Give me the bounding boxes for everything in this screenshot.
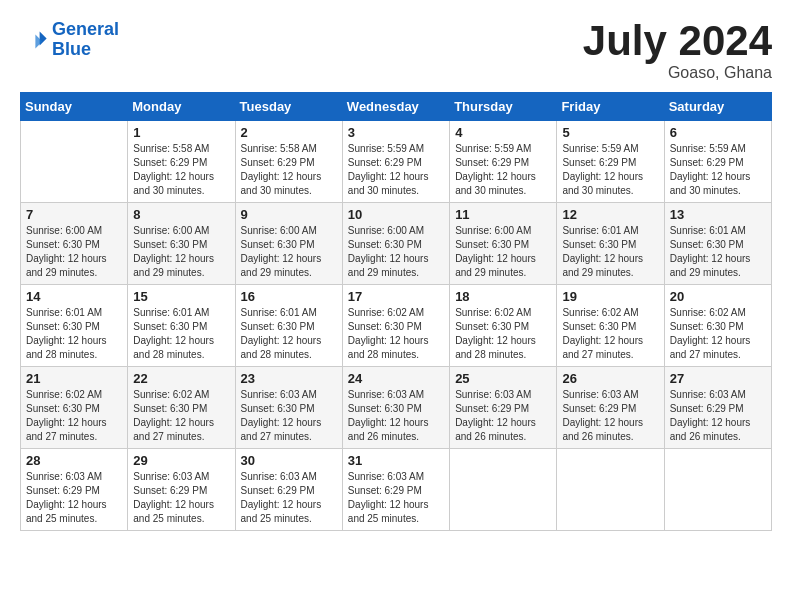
logo-icon <box>20 26 48 54</box>
calendar-cell: 21Sunrise: 6:02 AM Sunset: 6:30 PM Dayli… <box>21 367 128 449</box>
day-info: Sunrise: 6:00 AM Sunset: 6:30 PM Dayligh… <box>455 224 551 280</box>
day-number: 10 <box>348 207 444 222</box>
calendar-cell: 29Sunrise: 6:03 AM Sunset: 6:29 PM Dayli… <box>128 449 235 531</box>
calendar-cell: 10Sunrise: 6:00 AM Sunset: 6:30 PM Dayli… <box>342 203 449 285</box>
day-number: 30 <box>241 453 337 468</box>
calendar-cell: 9Sunrise: 6:00 AM Sunset: 6:30 PM Daylig… <box>235 203 342 285</box>
day-info: Sunrise: 6:03 AM Sunset: 6:30 PM Dayligh… <box>241 388 337 444</box>
calendar-cell: 1Sunrise: 5:58 AM Sunset: 6:29 PM Daylig… <box>128 121 235 203</box>
calendar-cell <box>664 449 771 531</box>
day-info: Sunrise: 6:01 AM Sunset: 6:30 PM Dayligh… <box>133 306 229 362</box>
day-number: 1 <box>133 125 229 140</box>
calendar-cell: 30Sunrise: 6:03 AM Sunset: 6:29 PM Dayli… <box>235 449 342 531</box>
day-number: 3 <box>348 125 444 140</box>
day-info: Sunrise: 6:03 AM Sunset: 6:30 PM Dayligh… <box>348 388 444 444</box>
calendar-cell: 15Sunrise: 6:01 AM Sunset: 6:30 PM Dayli… <box>128 285 235 367</box>
day-info: Sunrise: 6:01 AM Sunset: 6:30 PM Dayligh… <box>670 224 766 280</box>
day-number: 26 <box>562 371 658 386</box>
calendar-cell: 26Sunrise: 6:03 AM Sunset: 6:29 PM Dayli… <box>557 367 664 449</box>
calendar-week-row: 28Sunrise: 6:03 AM Sunset: 6:29 PM Dayli… <box>21 449 772 531</box>
page-header: General Blue July 2024 Goaso, Ghana <box>20 20 772 82</box>
day-number: 31 <box>348 453 444 468</box>
day-info: Sunrise: 6:02 AM Sunset: 6:30 PM Dayligh… <box>562 306 658 362</box>
calendar-cell: 25Sunrise: 6:03 AM Sunset: 6:29 PM Dayli… <box>450 367 557 449</box>
day-info: Sunrise: 6:02 AM Sunset: 6:30 PM Dayligh… <box>348 306 444 362</box>
day-info: Sunrise: 6:02 AM Sunset: 6:30 PM Dayligh… <box>455 306 551 362</box>
day-info: Sunrise: 5:59 AM Sunset: 6:29 PM Dayligh… <box>562 142 658 198</box>
day-number: 18 <box>455 289 551 304</box>
weekday-header-monday: Monday <box>128 93 235 121</box>
calendar-cell: 20Sunrise: 6:02 AM Sunset: 6:30 PM Dayli… <box>664 285 771 367</box>
day-info: Sunrise: 6:03 AM Sunset: 6:29 PM Dayligh… <box>26 470 122 526</box>
logo-line2: Blue <box>52 39 91 59</box>
day-number: 15 <box>133 289 229 304</box>
calendar-cell: 3Sunrise: 5:59 AM Sunset: 6:29 PM Daylig… <box>342 121 449 203</box>
day-info: Sunrise: 6:03 AM Sunset: 6:29 PM Dayligh… <box>348 470 444 526</box>
day-info: Sunrise: 6:02 AM Sunset: 6:30 PM Dayligh… <box>670 306 766 362</box>
day-info: Sunrise: 6:03 AM Sunset: 6:29 PM Dayligh… <box>133 470 229 526</box>
calendar-cell: 6Sunrise: 5:59 AM Sunset: 6:29 PM Daylig… <box>664 121 771 203</box>
weekday-header-thursday: Thursday <box>450 93 557 121</box>
day-number: 25 <box>455 371 551 386</box>
day-number: 29 <box>133 453 229 468</box>
day-info: Sunrise: 6:01 AM Sunset: 6:30 PM Dayligh… <box>562 224 658 280</box>
weekday-header-sunday: Sunday <box>21 93 128 121</box>
day-number: 4 <box>455 125 551 140</box>
day-number: 17 <box>348 289 444 304</box>
calendar-cell: 24Sunrise: 6:03 AM Sunset: 6:30 PM Dayli… <box>342 367 449 449</box>
calendar-cell: 31Sunrise: 6:03 AM Sunset: 6:29 PM Dayli… <box>342 449 449 531</box>
calendar-week-row: 1Sunrise: 5:58 AM Sunset: 6:29 PM Daylig… <box>21 121 772 203</box>
calendar-cell: 2Sunrise: 5:58 AM Sunset: 6:29 PM Daylig… <box>235 121 342 203</box>
day-number: 16 <box>241 289 337 304</box>
day-number: 2 <box>241 125 337 140</box>
logo: General Blue <box>20 20 119 60</box>
day-number: 22 <box>133 371 229 386</box>
calendar-cell: 7Sunrise: 6:00 AM Sunset: 6:30 PM Daylig… <box>21 203 128 285</box>
day-info: Sunrise: 6:00 AM Sunset: 6:30 PM Dayligh… <box>133 224 229 280</box>
day-number: 13 <box>670 207 766 222</box>
calendar-cell: 23Sunrise: 6:03 AM Sunset: 6:30 PM Dayli… <box>235 367 342 449</box>
calendar-cell: 22Sunrise: 6:02 AM Sunset: 6:30 PM Dayli… <box>128 367 235 449</box>
logo-line1: General <box>52 19 119 39</box>
day-number: 20 <box>670 289 766 304</box>
day-number: 12 <box>562 207 658 222</box>
calendar-cell: 17Sunrise: 6:02 AM Sunset: 6:30 PM Dayli… <box>342 285 449 367</box>
calendar-cell: 19Sunrise: 6:02 AM Sunset: 6:30 PM Dayli… <box>557 285 664 367</box>
day-number: 8 <box>133 207 229 222</box>
day-number: 5 <box>562 125 658 140</box>
day-number: 28 <box>26 453 122 468</box>
calendar-cell: 4Sunrise: 5:59 AM Sunset: 6:29 PM Daylig… <box>450 121 557 203</box>
day-info: Sunrise: 6:03 AM Sunset: 6:29 PM Dayligh… <box>562 388 658 444</box>
title-block: July 2024 Goaso, Ghana <box>583 20 772 82</box>
calendar-cell <box>21 121 128 203</box>
calendar-week-row: 7Sunrise: 6:00 AM Sunset: 6:30 PM Daylig… <box>21 203 772 285</box>
day-number: 11 <box>455 207 551 222</box>
day-info: Sunrise: 6:01 AM Sunset: 6:30 PM Dayligh… <box>26 306 122 362</box>
day-info: Sunrise: 6:03 AM Sunset: 6:29 PM Dayligh… <box>455 388 551 444</box>
weekday-header-friday: Friday <box>557 93 664 121</box>
day-info: Sunrise: 5:58 AM Sunset: 6:29 PM Dayligh… <box>133 142 229 198</box>
day-info: Sunrise: 5:59 AM Sunset: 6:29 PM Dayligh… <box>348 142 444 198</box>
calendar-cell: 13Sunrise: 6:01 AM Sunset: 6:30 PM Dayli… <box>664 203 771 285</box>
calendar-week-row: 21Sunrise: 6:02 AM Sunset: 6:30 PM Dayli… <box>21 367 772 449</box>
weekday-header-wednesday: Wednesday <box>342 93 449 121</box>
calendar-cell <box>557 449 664 531</box>
calendar-cell: 12Sunrise: 6:01 AM Sunset: 6:30 PM Dayli… <box>557 203 664 285</box>
day-number: 14 <box>26 289 122 304</box>
svg-marker-0 <box>40 31 47 45</box>
calendar-cell: 5Sunrise: 5:59 AM Sunset: 6:29 PM Daylig… <box>557 121 664 203</box>
day-info: Sunrise: 6:02 AM Sunset: 6:30 PM Dayligh… <box>133 388 229 444</box>
calendar-table: SundayMondayTuesdayWednesdayThursdayFrid… <box>20 92 772 531</box>
day-info: Sunrise: 6:00 AM Sunset: 6:30 PM Dayligh… <box>26 224 122 280</box>
day-info: Sunrise: 5:59 AM Sunset: 6:29 PM Dayligh… <box>670 142 766 198</box>
logo-text: General Blue <box>52 20 119 60</box>
day-info: Sunrise: 6:02 AM Sunset: 6:30 PM Dayligh… <box>26 388 122 444</box>
day-info: Sunrise: 5:59 AM Sunset: 6:29 PM Dayligh… <box>455 142 551 198</box>
day-number: 21 <box>26 371 122 386</box>
day-info: Sunrise: 6:01 AM Sunset: 6:30 PM Dayligh… <box>241 306 337 362</box>
calendar-cell: 16Sunrise: 6:01 AM Sunset: 6:30 PM Dayli… <box>235 285 342 367</box>
day-info: Sunrise: 6:03 AM Sunset: 6:29 PM Dayligh… <box>670 388 766 444</box>
calendar-cell: 27Sunrise: 6:03 AM Sunset: 6:29 PM Dayli… <box>664 367 771 449</box>
day-number: 24 <box>348 371 444 386</box>
day-number: 9 <box>241 207 337 222</box>
